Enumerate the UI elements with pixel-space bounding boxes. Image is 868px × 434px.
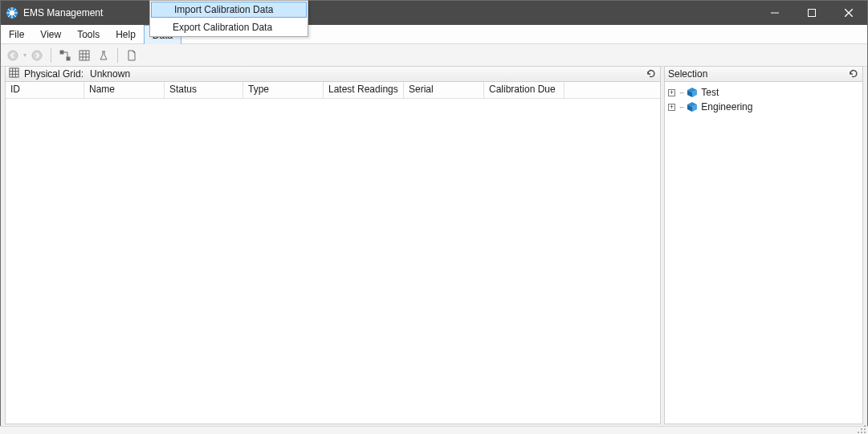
- col-latest[interactable]: Latest Readings: [324, 82, 404, 98]
- svg-point-23: [858, 432, 859, 433]
- menu-help[interactable]: Help: [108, 25, 144, 43]
- grid-body: ID Name Status Type Latest Readings Seri…: [5, 82, 661, 424]
- titlebar: EMS Management: [1, 1, 867, 25]
- svg-point-22: [864, 428, 866, 430]
- toolbar-separator: [51, 48, 51, 63]
- refresh-icon[interactable]: [848, 68, 859, 82]
- selection-panel-header: Selection: [664, 66, 863, 82]
- svg-rect-9: [67, 57, 70, 60]
- grid-panel-header: Physical Grid: Unknown: [5, 66, 661, 82]
- svg-rect-10: [79, 51, 89, 60]
- tree-node[interactable]: + ··· Engineering: [668, 100, 859, 114]
- refresh-icon[interactable]: [646, 68, 657, 82]
- grid-icon[interactable]: [75, 47, 93, 64]
- menu-file[interactable]: File: [1, 25, 32, 43]
- svg-point-25: [864, 432, 866, 433]
- tree-connect-icon[interactable]: [56, 47, 74, 64]
- tree-dots-icon: ···: [679, 88, 683, 97]
- menu-import-calibration[interactable]: Import Calibration Data: [151, 2, 307, 18]
- selection-tree: + ··· Test + ··· Engineering: [664, 82, 863, 424]
- svg-rect-15: [10, 68, 18, 77]
- window-title: EMS Management: [23, 7, 103, 18]
- tree-dots-icon: ···: [679, 103, 683, 112]
- document-icon[interactable]: [123, 47, 141, 64]
- toolbar: ▾ Import Calibration Data Export Calibra…: [1, 44, 867, 67]
- menu-export-calibration[interactable]: Export Calibration Data: [150, 18, 308, 36]
- tree-node-label: Engineering: [701, 101, 752, 113]
- svg-point-20: [864, 425, 866, 427]
- back-button[interactable]: [4, 47, 22, 64]
- col-caldue[interactable]: Calibration Due: [484, 82, 564, 98]
- app-icon: [6, 6, 18, 19]
- col-id[interactable]: ID: [6, 82, 84, 98]
- grid-panel-label: Physical Grid:: [24, 68, 84, 80]
- grid-column-header: ID Name Status Type Latest Readings Seri…: [6, 82, 660, 99]
- expand-icon[interactable]: +: [668, 89, 675, 96]
- grid-panel-name: Unknown: [90, 68, 130, 80]
- cube-icon: [687, 101, 698, 113]
- tree-node-label: Test: [701, 87, 719, 98]
- col-type[interactable]: Type: [243, 82, 324, 98]
- data-dropdown: Import Calibration Data Export Calibrati…: [149, 0, 308, 37]
- grid-panel: Physical Grid: Unknown ID Name Status Ty…: [5, 66, 661, 424]
- col-name[interactable]: Name: [84, 82, 165, 98]
- statusbar: [0, 426, 868, 434]
- selection-panel: Selection + ··· Test + ··· Engineering: [664, 66, 863, 424]
- flask-icon[interactable]: [95, 47, 112, 64]
- menubar: File View Tools Help Data: [1, 25, 867, 44]
- back-split-icon[interactable]: ▾: [23, 51, 26, 59]
- toolbar-separator: [117, 48, 118, 63]
- minimize-button[interactable]: [756, 1, 793, 25]
- close-button[interactable]: [830, 1, 867, 25]
- cube-icon: [687, 87, 698, 98]
- svg-rect-3: [809, 10, 816, 17]
- grid-header-icon: [9, 68, 19, 80]
- window-controls: [756, 1, 867, 25]
- expand-icon[interactable]: +: [668, 104, 675, 111]
- svg-rect-8: [60, 51, 63, 54]
- forward-button[interactable]: [28, 47, 46, 64]
- resize-grip-icon[interactable]: [855, 423, 866, 434]
- svg-point-24: [861, 432, 862, 433]
- selection-panel-title: Selection: [668, 68, 707, 80]
- svg-point-6: [8, 51, 18, 60]
- col-serial[interactable]: Serial: [404, 82, 484, 98]
- tree-node[interactable]: + ··· Test: [668, 85, 859, 100]
- menu-view[interactable]: View: [32, 25, 69, 43]
- col-status[interactable]: Status: [165, 82, 243, 98]
- svg-point-21: [861, 428, 862, 430]
- svg-point-7: [32, 51, 42, 60]
- maximize-button[interactable]: [793, 1, 830, 25]
- menu-tools[interactable]: Tools: [69, 25, 108, 43]
